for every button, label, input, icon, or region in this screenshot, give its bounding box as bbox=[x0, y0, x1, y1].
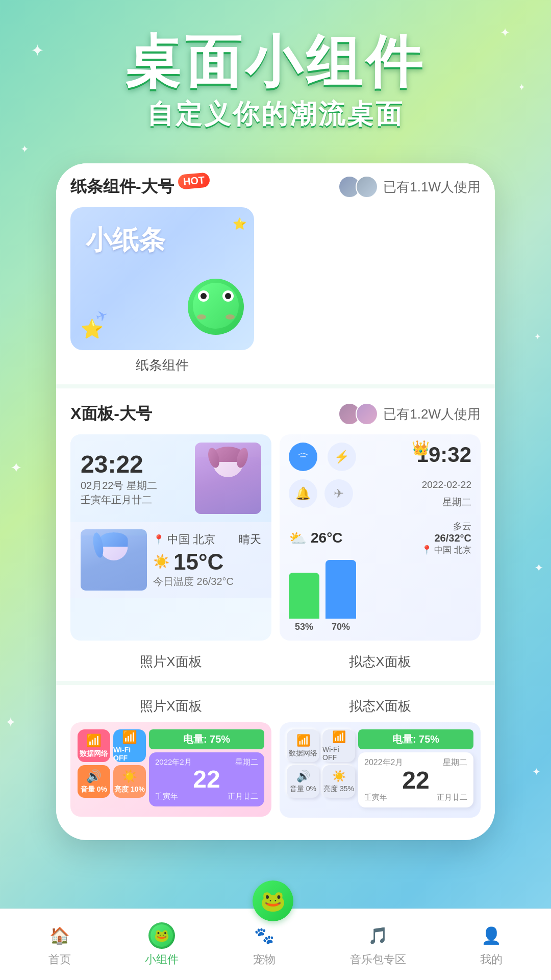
wifi-icon-btn[interactable] bbox=[289, 443, 317, 471]
photo-icon-col: 📶 数据网络 📶 Wi-Fi OFF 🔊 bbox=[78, 729, 146, 806]
bar-green-label: 53% bbox=[295, 622, 313, 632]
neu-date-header-2: 星期二 bbox=[443, 757, 467, 768]
bluetooth-icon-btn[interactable]: ⚡ bbox=[328, 443, 356, 471]
xpanel-time: 23:22 bbox=[81, 450, 157, 478]
section2-users-text: 已有1.2W人使用 bbox=[383, 405, 481, 423]
neu-xpanel-card[interactable]: 📶 数据网络 📶 Wi-Fi OFF 🔊 bbox=[280, 722, 481, 818]
right-weather-temp: 26°C bbox=[311, 530, 343, 546]
neu-date-bottom: 壬寅年 正月廿二 bbox=[364, 793, 467, 802]
bar-chart: 53% 70% bbox=[289, 560, 471, 632]
anime-head bbox=[213, 447, 243, 477]
neu-network-icon: 📶 bbox=[296, 734, 310, 747]
frog-eye-left bbox=[198, 290, 209, 302]
section1-users-text: 已有1.1W人使用 bbox=[383, 178, 481, 196]
sparkle-6: ✦ bbox=[534, 561, 543, 575]
neu-icon-col: 📶 数据网络 📶 Wi-Fi OFF 🔊 bbox=[287, 729, 355, 807]
right-date-block: 2022-02-22 星期二 bbox=[422, 479, 471, 514]
avatar-4 bbox=[356, 403, 378, 425]
weather-location-text: 中国 北京 bbox=[167, 532, 215, 547]
sound-label: 音量 0% bbox=[81, 785, 107, 794]
small-star: ⭐ bbox=[233, 217, 246, 231]
nav-music[interactable]: 🎵 音乐包专区 bbox=[350, 922, 406, 967]
date-bottom-photo: 壬寅年 正月廿二 bbox=[155, 792, 258, 801]
bar-green bbox=[289, 573, 319, 619]
weather-block: 📍 中国 北京 晴天 ☀️ 15°C 今日温度 26/32°C bbox=[147, 532, 261, 589]
right-weather-detail: 多云 26/32°C 📍 中国 北京 bbox=[421, 520, 471, 556]
xpanel-left-bottom: 📍 中国 北京 晴天 ☀️ 15°C 今日温度 26/32°C bbox=[70, 522, 271, 598]
bell-icon: 🔔 bbox=[295, 486, 311, 501]
temp-row: ☀️ 15°C bbox=[153, 549, 261, 575]
photo-widget-label: 照片X面板 bbox=[70, 697, 271, 715]
home-icon: 🏠 bbox=[46, 922, 73, 949]
avatar-group bbox=[338, 176, 378, 198]
bright-icon: ☀️ bbox=[122, 769, 137, 783]
bottom-grid: 照片X面板 📶 数据网络 📶 W bbox=[70, 697, 481, 818]
plane-icon: ✈ bbox=[334, 486, 344, 501]
photo-icon-row1: 📶 数据网络 📶 Wi-Fi OFF bbox=[78, 729, 146, 762]
right-date1: 2022-02-22 bbox=[422, 479, 471, 491]
nav-pets[interactable]: 🐾 宠物 bbox=[251, 922, 278, 967]
temp-value: 15°C bbox=[173, 549, 223, 575]
neu-date-year: 壬寅年 bbox=[364, 793, 387, 802]
bell-icon-btn[interactable]: 🔔 bbox=[289, 479, 317, 508]
sound-icon: 🔊 bbox=[86, 769, 102, 783]
phone-mockup: 纸条组件-大号 HOT 已有1.1W人使用 小纸条 bbox=[56, 163, 495, 840]
nav-widgets[interactable]: 🐸 小组件 bbox=[145, 922, 179, 967]
battery-bar-neu: 电量: 75% bbox=[358, 729, 473, 749]
sparkle-7: ✦ bbox=[5, 715, 16, 730]
neu-network-btn[interactable]: 📶 数据网络 bbox=[287, 729, 319, 762]
frog-in-card bbox=[183, 279, 249, 345]
xpanel-left-time-block: 23:22 02月22号 星期二 壬寅年正月廿二 bbox=[81, 450, 157, 507]
anime-char-1 bbox=[195, 443, 261, 514]
mini-bright-btn[interactable]: ☀️ 亮度 10% bbox=[113, 765, 146, 798]
header-area: 桌面小组件 自定义你的潮流桌面 bbox=[0, 31, 551, 132]
neu-sound-btn[interactable]: 🔊 音量 0% bbox=[287, 765, 319, 798]
bright-label: 亮度 10% bbox=[114, 785, 145, 794]
neu-wifi-btn[interactable]: 📶 Wi-Fi OFF bbox=[322, 729, 355, 762]
anime-char-2 bbox=[81, 529, 147, 591]
zhitiao-card-wrap[interactable]: 小纸条 bbox=[70, 207, 254, 374]
network-label: 数据网络 bbox=[80, 749, 108, 758]
nav-music-label: 音乐包专区 bbox=[350, 952, 406, 967]
mini-sound-btn[interactable]: 🔊 音量 0% bbox=[78, 765, 110, 798]
sparkle-8: ✦ bbox=[532, 766, 541, 778]
bottom-section: 照片X面板 📶 数据网络 📶 W bbox=[56, 685, 495, 830]
neu-icon-row2: 🔊 音量 0% ☀️ 亮度 35% bbox=[287, 765, 355, 798]
date-header-photo-2: 星期二 bbox=[235, 757, 258, 767]
nav-home-label: 首页 bbox=[48, 952, 71, 967]
date-month-photo: 正月廿二 bbox=[228, 792, 258, 801]
bar-blue-label: 70% bbox=[332, 622, 350, 632]
mini-network-btn[interactable]: 📶 数据网络 bbox=[78, 729, 110, 762]
neu-bright-btn[interactable]: ☀️ 亮度 35% bbox=[322, 765, 355, 798]
eye-pupil-right bbox=[225, 293, 231, 299]
xpanel-left-bottom-left bbox=[81, 529, 147, 591]
nav-home[interactable]: 🏠 首页 bbox=[46, 922, 73, 967]
wifi-icon bbox=[297, 451, 309, 463]
bar-blue-wrap: 70% bbox=[325, 560, 356, 632]
section1-title: 纸条组件-大号 bbox=[70, 176, 174, 198]
anime-head-2 bbox=[100, 532, 128, 560]
xpanel-right-name: 拟态X面板 bbox=[280, 653, 481, 671]
xpanel-grid: 23:22 02月22号 星期二 壬寅年正月廿二 bbox=[70, 434, 481, 641]
nav-profile[interactable]: 👤 我的 bbox=[478, 922, 505, 967]
sparkle-9: ✦ bbox=[534, 332, 541, 341]
right-location: 中国 北京 bbox=[434, 544, 471, 556]
xpanel-left-name: 照片X面板 bbox=[70, 653, 271, 671]
frog-nav: 🐸 bbox=[151, 924, 173, 947]
zhitiao-card[interactable]: 小纸条 bbox=[70, 207, 254, 350]
photo-xpanel-card[interactable]: 📶 数据网络 📶 Wi-Fi OFF 🔊 bbox=[70, 722, 271, 817]
mini-wifi-btn[interactable]: 📶 Wi-Fi OFF bbox=[113, 729, 146, 762]
right-date2: 星期二 bbox=[422, 496, 471, 509]
xpanel-right-card[interactable]: 👑 ⚡ 19:32 bbox=[280, 434, 481, 641]
sparkle-5: ✦ bbox=[10, 459, 22, 476]
date-year-photo: 壬寅年 bbox=[155, 792, 178, 801]
icons-row-2: 🔔 ✈ 2022-02-22 星期二 bbox=[289, 479, 471, 514]
frog-mascot-bottom[interactable]: 🐸 bbox=[253, 880, 298, 926]
neu-right-col: 电量: 75% 2022年2月 星期二 22 壬寅年 正月廿二 bbox=[358, 729, 473, 807]
section1-users: 已有1.1W人使用 bbox=[338, 176, 481, 198]
xpanel-date1: 02月22号 星期二 bbox=[81, 478, 157, 493]
date-header-photo-1: 2022年2月 bbox=[155, 757, 192, 767]
xpanel-left-card[interactable]: 23:22 02月22号 星期二 壬寅年正月廿二 bbox=[70, 434, 271, 641]
plane-icon-btn[interactable]: ✈ bbox=[324, 479, 353, 508]
neu-wifi-icon: 📶 bbox=[332, 730, 346, 744]
